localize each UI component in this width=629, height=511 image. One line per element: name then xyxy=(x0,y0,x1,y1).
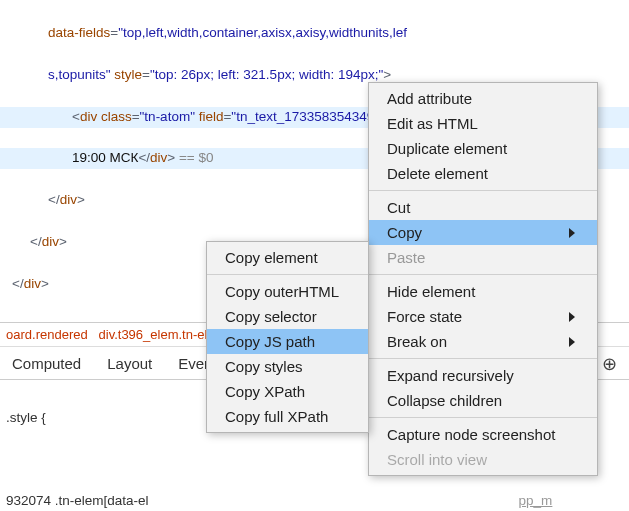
chevron-right-icon xyxy=(569,337,575,347)
submenu-copy-selector[interactable]: Copy selector xyxy=(207,304,368,329)
menu-edit-as-html[interactable]: Edit as HTML xyxy=(369,111,597,136)
submenu-copy-full-xpath[interactable]: Copy full XPath xyxy=(207,404,368,429)
menu-copy[interactable]: Copy xyxy=(369,220,597,245)
tab-layout[interactable]: Layout xyxy=(107,355,152,372)
chevron-right-icon xyxy=(569,312,575,322)
menu-duplicate-element[interactable]: Duplicate element xyxy=(369,136,597,161)
menu-paste: Paste xyxy=(369,245,597,270)
submenu-copy-outerhtml[interactable]: Copy outerHTML xyxy=(207,279,368,304)
menu-break-on[interactable]: Break on xyxy=(369,329,597,354)
menu-capture-node-screenshot[interactable]: Capture node screenshot xyxy=(369,422,597,447)
new-style-icon[interactable]: ⊕ xyxy=(602,353,617,375)
menu-scroll-into-view[interactable]: Scroll into view xyxy=(369,447,597,472)
menu-cut[interactable]: Cut xyxy=(369,195,597,220)
menu-delete-element[interactable]: Delete element xyxy=(369,161,597,186)
copy-submenu: Copy element Copy outerHTML Copy selecto… xyxy=(206,241,369,433)
menu-force-state[interactable]: Force state xyxy=(369,304,597,329)
menu-add-attribute[interactable]: Add attribute xyxy=(369,86,597,111)
tab-computed[interactable]: Computed xyxy=(12,355,81,372)
submenu-copy-styles[interactable]: Copy styles xyxy=(207,354,368,379)
menu-expand-recursively[interactable]: Expand recursively xyxy=(369,363,597,388)
submenu-copy-js-path[interactable]: Copy JS path xyxy=(207,329,368,354)
submenu-copy-element[interactable]: Copy element xyxy=(207,245,368,270)
submenu-copy-xpath[interactable]: Copy XPath xyxy=(207,379,368,404)
context-menu: Add attribute Edit as HTML Duplicate ele… xyxy=(368,82,598,476)
menu-hide-element[interactable]: Hide element xyxy=(369,279,597,304)
crumb-item[interactable]: oard.rendered xyxy=(6,327,88,342)
chevron-right-icon xyxy=(569,228,575,238)
menu-collapse-children[interactable]: Collapse children xyxy=(369,388,597,413)
source-link[interactable]: pp_m xyxy=(519,493,553,508)
